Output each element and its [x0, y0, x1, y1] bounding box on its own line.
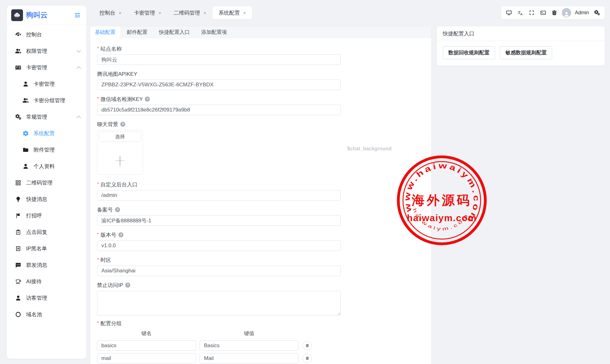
- sidebar-item-general-mgmt[interactable]: 常规管理: [7, 109, 86, 125]
- group-key-input[interactable]: [97, 340, 196, 351]
- help-icon[interactable]: ?: [115, 207, 120, 212]
- group-value-input[interactable]: [200, 353, 298, 363]
- sidebar-item-domain-pool[interactable]: 域名池: [7, 306, 86, 323]
- terminal-icon[interactable]: [539, 9, 547, 17]
- key-column-header: 键名: [97, 330, 196, 337]
- required-mark: *: [97, 182, 99, 187]
- tab-label: 系统配置: [219, 9, 240, 16]
- tab-basic-config[interactable]: 基础配置: [90, 26, 120, 38]
- group-key-input[interactable]: [97, 353, 196, 363]
- help-icon[interactable]: ?: [125, 283, 130, 288]
- chevron-up-icon: [76, 66, 81, 71]
- sidebar-item-system-config[interactable]: 系统配置: [7, 125, 86, 142]
- close-icon[interactable]: ×: [204, 10, 206, 16]
- collapse-icon: [74, 12, 81, 19]
- user-name[interactable]: Admin: [575, 10, 589, 16]
- trash-icon[interactable]: [550, 9, 558, 17]
- sidebar-item-ai-reception[interactable]: AI接待: [7, 273, 86, 290]
- monitor-icon[interactable]: [505, 9, 513, 17]
- bulb-icon: [15, 196, 21, 202]
- config-group-row: [97, 340, 424, 351]
- sidebar-item-greeting[interactable]: 打招呼: [7, 207, 86, 224]
- help-icon[interactable]: ?: [145, 97, 150, 102]
- group-value-input[interactable]: [200, 340, 298, 351]
- sidebar-item-card-sub[interactable]: 卡密管理: [7, 76, 86, 92]
- sidebar-item-label: 系统配置: [34, 130, 55, 137]
- tab-card-mgmt[interactable]: 卡密管理×: [128, 6, 168, 19]
- sidebar-item-profile[interactable]: 个人资料: [7, 158, 86, 175]
- chat-background-uploader[interactable]: 选择: [97, 130, 143, 175]
- sidebar-item-label: 卡密分组管理: [34, 97, 65, 104]
- sidebar-item-card-groups[interactable]: 卡密分组管理: [7, 92, 86, 109]
- sidebar-item-dashboard[interactable]: 控制台: [7, 26, 86, 43]
- site-name-input[interactable]: [97, 54, 341, 65]
- sidebar-item-visitors[interactable]: 访客管理: [7, 290, 86, 306]
- sidebar-item-label: 二维码管理: [26, 179, 53, 186]
- tab-dashboard[interactable]: 控制台×: [93, 6, 128, 19]
- close-icon[interactable]: ×: [243, 10, 246, 16]
- trash-icon: [305, 356, 309, 360]
- close-icon[interactable]: ×: [119, 10, 122, 16]
- sidebar-collapse-button[interactable]: [73, 11, 81, 19]
- sidebar-item-quick-messages[interactable]: 快捷消息: [7, 191, 86, 207]
- clipboard-icon: [15, 229, 21, 235]
- sidebar-item-qrcode[interactable]: 二维码管理: [7, 175, 86, 191]
- required-mark: *: [97, 96, 99, 102]
- tab-add-config-item[interactable]: 添加配置项: [196, 26, 232, 38]
- tab-system-config[interactable]: 系统配置×: [212, 6, 252, 19]
- sensitive-data-rules-button[interactable]: 敏感数据规则配置: [500, 46, 552, 59]
- icp-number-input[interactable]: [97, 215, 341, 226]
- tab-qrcode-mgmt[interactable]: 二维码管理×: [168, 6, 213, 19]
- delete-row-button[interactable]: [303, 341, 312, 350]
- required-mark: *: [97, 232, 99, 238]
- version-input[interactable]: [97, 240, 341, 251]
- tab-quick-config-entry[interactable]: 快捷配置入口: [154, 26, 194, 38]
- sidebar-item-label: AI接待: [26, 278, 42, 285]
- chevron-up-icon: [76, 116, 81, 120]
- timezone-input[interactable]: [97, 266, 341, 276]
- admin-entry-input[interactable]: [97, 190, 341, 201]
- tencent-map-apikey-input[interactable]: [97, 80, 341, 90]
- flag-icon: [15, 212, 21, 219]
- tab-mail-config[interactable]: 邮件配置: [122, 26, 152, 38]
- translate-icon[interactable]: 文A: [516, 9, 525, 17]
- sidebar-item-permissions[interactable]: 权限管理: [7, 43, 86, 59]
- blocked-ip-textarea[interactable]: [97, 291, 341, 316]
- field-label: *站点名称: [97, 46, 424, 52]
- wechat-domain-key-input[interactable]: [97, 105, 341, 115]
- sidebar-item-click-reply[interactable]: 点击回复: [7, 224, 86, 240]
- fullscreen-icon[interactable]: [528, 9, 536, 17]
- sidebar-item-broadcast[interactable]: 群发消息: [7, 257, 86, 273]
- config-tabs: 基础配置 邮件配置 快捷配置入口 添加配置项: [90, 26, 431, 38]
- required-mark: *: [97, 257, 99, 263]
- sidebar-item-attachments[interactable]: 附件管理: [7, 142, 86, 158]
- ring-icon: [15, 311, 21, 318]
- delete-row-button[interactable]: [303, 354, 312, 363]
- blocked-ip-field: [97, 291, 341, 316]
- avatar[interactable]: [562, 8, 571, 17]
- help-icon[interactable]: ?: [118, 232, 123, 237]
- settings-gears-icon[interactable]: [593, 9, 601, 17]
- sidebar-item-ip-blacklist[interactable]: IP黑名单: [7, 240, 86, 257]
- field-label: 禁止访问IP?: [97, 282, 424, 288]
- qr-code-icon: [15, 180, 21, 186]
- sidebar-item-label: 访客管理: [26, 294, 47, 302]
- sidebar-menu: 控制台 权限管理 卡密管理 卡密管理 卡密分组管理 常规管理 系统配置 附件管理…: [7, 25, 86, 323]
- resize-handle[interactable]: [337, 312, 340, 315]
- sidebar-item-label: IP黑名单: [26, 245, 47, 252]
- data-recycle-rules-button[interactable]: 数据回收规则配置: [443, 46, 495, 59]
- sidebar-item-label: 卡密管理: [34, 80, 55, 88]
- gear-icon: [22, 130, 29, 137]
- sidebar-item-label: 控制台: [26, 31, 42, 38]
- sidebar-item-label: 个人资料: [34, 163, 55, 170]
- app-title: 狗叫云: [26, 10, 73, 20]
- required-mark: *: [97, 321, 99, 326]
- field-label: *微信域名检测KEY?: [97, 96, 424, 102]
- folder-icon: [22, 147, 29, 153]
- sidebar-item-card-mgmt[interactable]: 卡密管理: [7, 59, 86, 76]
- upload-select-button[interactable]: 选择: [99, 132, 141, 142]
- sidebar-item-label: 卡密管理: [26, 64, 47, 71]
- sidebar-item-label: 打招呼: [26, 212, 42, 219]
- close-icon[interactable]: ×: [159, 10, 161, 16]
- help-icon[interactable]: ?: [120, 122, 125, 127]
